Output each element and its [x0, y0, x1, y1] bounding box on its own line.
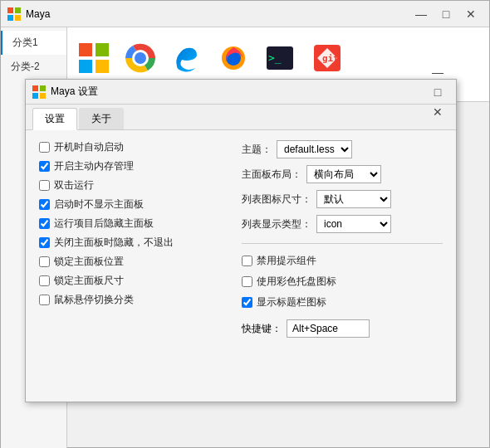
- theme-label: 主题：: [242, 143, 272, 157]
- theme-row: 主题： default.less: [242, 140, 443, 158]
- sidebar-item-cat2[interactable]: 分类-2: [1, 55, 66, 79]
- svg-rect-1: [15, 7, 21, 13]
- dialog-close-btn[interactable]: ✕: [426, 102, 449, 122]
- settings-dialog: Maya 设置 — □ ✕ 设置 关于 开机时自动启动: [25, 79, 457, 402]
- chk-closehide-row: 关闭主面板时隐藏，不退出: [39, 236, 222, 250]
- svg-text:>_: >_: [268, 51, 282, 64]
- shortcut-row: 快捷键：: [242, 319, 443, 338]
- dialog-title: Maya 设置: [51, 85, 426, 99]
- shortcut-label: 快捷键：: [242, 322, 282, 336]
- main-titlebar: Maya — □ ✕: [1, 1, 489, 27]
- svg-rect-19: [32, 93, 38, 99]
- dialog-win-controls: — □ ✕: [426, 62, 449, 122]
- svg-point-10: [135, 52, 146, 64]
- xshell-app-icon: >_: [263, 41, 296, 75]
- dialog-title-icon: [32, 85, 46, 99]
- chk-hideafter-label: 运行项目后隐藏主面板: [54, 217, 154, 231]
- svg-rect-3: [15, 15, 21, 21]
- maya-app-icon: [77, 41, 110, 75]
- main-minimize-btn[interactable]: —: [409, 4, 433, 24]
- chk-hideafter-row: 运行项目后隐藏主面板: [39, 217, 222, 231]
- chk-closehide[interactable]: [39, 237, 50, 248]
- chk-tooltip-label: 禁用提示组件: [257, 254, 316, 268]
- svg-text:git: git: [322, 53, 339, 64]
- chk-locksize-label: 锁定主面板尺寸: [54, 274, 124, 288]
- chk-autostart-row: 开机时自动启动: [39, 140, 222, 154]
- dialog-titlebar: Maya 设置 — □ ✕: [26, 80, 456, 105]
- chk-locksize[interactable]: [39, 275, 50, 286]
- dialog-body: 设置 关于 开机时自动启动 开启主动内存管理 双击运行: [26, 105, 456, 348]
- chk-hover[interactable]: [39, 295, 50, 305]
- chk-hidepanel-label: 启动时不显示主面板: [54, 197, 144, 212]
- chk-hideafter[interactable]: [39, 218, 50, 229]
- chk-lockpos-label: 锁定主面板位置: [54, 255, 124, 269]
- chk-colortray-row: 使用彩色托盘图标: [242, 275, 443, 289]
- iconsize-row: 列表图标尺寸： 默认: [242, 190, 443, 208]
- svg-rect-17: [32, 85, 38, 91]
- chk-doubleclick-label: 双击运行: [54, 178, 94, 192]
- tab-content-settings: 开机时自动启动 开启主动内存管理 双击运行 启动时不显示主面板 运行项目后隐藏主…: [26, 130, 456, 348]
- chk-locksize-row: 锁定主面板尺寸: [39, 274, 222, 288]
- left-col: 开机时自动启动 开启主动内存管理 双击运行 启动时不显示主面板 运行项目后隐藏主…: [39, 140, 222, 338]
- svg-rect-6: [79, 60, 92, 73]
- chk-tooltip-row: 禁用提示组件: [242, 254, 443, 268]
- svg-rect-2: [7, 15, 13, 21]
- chk-lockpos[interactable]: [39, 256, 50, 267]
- listtype-select[interactable]: icon: [316, 215, 391, 233]
- chk-autostart-label: 开机时自动启动: [54, 140, 124, 154]
- chk-colortray[interactable]: [242, 276, 252, 287]
- right-col: 主题： default.less 主面板布局： 横向布局 列表图标尺寸： 默认: [242, 140, 443, 338]
- main-close-btn[interactable]: ✕: [459, 4, 483, 24]
- dialog-maximize-btn[interactable]: □: [426, 82, 449, 102]
- layout-row: 主面板布局： 横向布局: [242, 165, 443, 183]
- svg-rect-7: [96, 60, 109, 73]
- chk-titleicon-label: 显示标题栏图标: [257, 295, 326, 309]
- listtype-label: 列表显示类型：: [242, 217, 311, 231]
- chrome-app-icon: [124, 41, 157, 75]
- chk-autostart[interactable]: [39, 142, 50, 153]
- svg-rect-0: [7, 7, 13, 13]
- tab-bar: 设置 关于: [26, 105, 456, 130]
- edge-app-icon: [170, 41, 203, 75]
- shortcut-input[interactable]: [287, 319, 370, 338]
- chk-titleicon-row: 显示标题栏图标: [242, 295, 443, 309]
- chk-lockpos-row: 锁定主面板位置: [39, 255, 222, 269]
- chk-hover-label: 鼠标悬停切换分类: [54, 293, 134, 307]
- chk-doubleclick[interactable]: [39, 180, 50, 191]
- chk-doubleclick-row: 双击运行: [39, 178, 222, 192]
- tab-settings[interactable]: 设置: [32, 108, 77, 130]
- svg-rect-4: [79, 43, 92, 56]
- chk-titleicon[interactable]: [242, 297, 252, 308]
- main-win-controls: — □ ✕: [409, 4, 483, 24]
- chk-memory-label: 开启主动内存管理: [54, 159, 134, 173]
- chk-colortray-label: 使用彩色托盘图标: [257, 275, 336, 289]
- listtype-row: 列表显示类型： icon: [242, 215, 443, 233]
- svg-rect-18: [40, 85, 46, 91]
- chk-hidepanel[interactable]: [39, 199, 50, 210]
- chk-tooltip[interactable]: [242, 256, 252, 266]
- chk-closehide-label: 关闭主面板时隐藏，不退出: [54, 236, 174, 250]
- gitbash-app-icon: git: [311, 41, 344, 75]
- dialog-minimize-btn[interactable]: —: [426, 62, 449, 82]
- chk-hover-row: 鼠标悬停切换分类: [39, 293, 222, 307]
- iconsize-select[interactable]: 默认: [316, 190, 391, 208]
- firefox-app-icon: [217, 41, 250, 75]
- chk-hidepanel-row: 启动时不显示主面板: [39, 197, 222, 212]
- divider1: [242, 243, 443, 244]
- chk-memory-row: 开启主动内存管理: [39, 159, 222, 173]
- maya-title-icon: [7, 7, 21, 21]
- svg-rect-20: [40, 93, 46, 99]
- main-maximize-btn[interactable]: □: [434, 4, 458, 24]
- layout-select[interactable]: 横向布局: [306, 165, 381, 183]
- tab-about[interactable]: 关于: [79, 108, 124, 129]
- sidebar-item-cat1[interactable]: 分类1: [1, 31, 66, 55]
- main-title: Maya: [26, 8, 409, 20]
- layout-label: 主面板布局：: [242, 168, 301, 182]
- svg-rect-5: [96, 43, 109, 56]
- iconsize-label: 列表图标尺寸：: [242, 192, 311, 207]
- theme-select[interactable]: default.less: [277, 140, 352, 158]
- chk-memory[interactable]: [39, 161, 50, 172]
